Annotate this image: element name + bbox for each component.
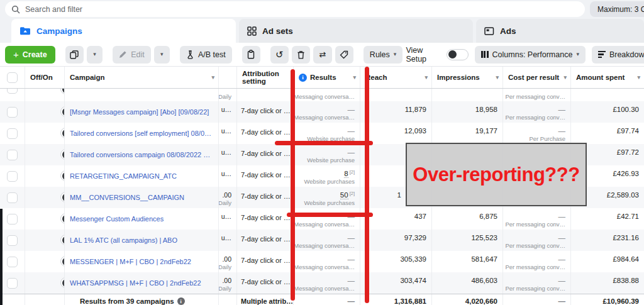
row-checkbox[interactable] (7, 257, 18, 267)
edit-menu-button[interactable]: ▾ (154, 46, 170, 64)
campaign-toggle[interactable] (60, 89, 65, 94)
attribution-value: 7-day click or … (241, 150, 291, 157)
checkbox-cell[interactable] (0, 187, 25, 208)
attribution-value: 7-day click or … (241, 278, 291, 286)
level-tabs: Campaigns Ad sets Ads (0, 19, 644, 43)
breakdown-button[interactable]: Breakdown▾ (592, 46, 644, 64)
toggle-cell (25, 101, 65, 123)
row-checkbox[interactable] (7, 107, 18, 118)
result-sub: Website purchases (304, 199, 355, 206)
header-results[interactable]: iResults▾ (294, 67, 360, 88)
cost-value: — (558, 255, 566, 263)
duplicate-button[interactable] (65, 46, 84, 64)
results-cell: —Messaging conversa… (294, 230, 360, 251)
budget-value: .00 (222, 255, 231, 263)
row-checkbox[interactable] (7, 235, 18, 246)
tag-button[interactable] (335, 46, 353, 64)
duplicate-menu-button[interactable]: ▾ (87, 46, 103, 64)
campaign-link[interactable]: LAL 1% ATC (all campaigns) | ABO (65, 230, 218, 251)
campaign-toggle[interactable] (60, 128, 65, 138)
impressions-cell: 486,603 (432, 272, 503, 294)
campaign-toggle[interactable] (60, 170, 65, 181)
reach-cell: 97,329 (360, 230, 432, 251)
campaign-link[interactable]: Tailored conversions [self employment] 0… (65, 123, 218, 144)
campaign-link[interactable]: Messenger Custom Audiences (65, 208, 218, 230)
impressions-value: 125,523 (471, 234, 497, 241)
checkbox-cell[interactable] (0, 165, 25, 187)
attribution-cell: 7-day click or … (237, 272, 294, 294)
create-button[interactable]: + Create (5, 46, 55, 64)
campaign-link[interactable]: WHATSAPPMSG | M+F | CBO | 2ndFeb22 (65, 272, 218, 294)
tab-ads[interactable]: Ads (476, 19, 644, 43)
clipboard-button[interactable] (242, 46, 260, 64)
select-all-checkbox[interactable] (7, 72, 18, 83)
campaign-link[interactable]: MM__CONVERSIONS__CAMPAIGN (65, 187, 218, 208)
campaign-link[interactable]: MESSENGER | M+F | CBO | 2ndFeb22 (65, 251, 218, 272)
checkbox-cell[interactable] (0, 101, 25, 123)
view-setup-toggle[interactable] (447, 49, 469, 60)
spent-cell: £100.30 (571, 101, 644, 123)
toggle-cell (25, 272, 65, 294)
tab-adsets[interactable]: Ad sets (239, 19, 473, 43)
date-range-button[interactable]: Maximum: 3 Oct (590, 1, 644, 17)
header-impressions[interactable]: Impressions▾ (432, 67, 503, 88)
row-checkbox[interactable] (7, 192, 18, 203)
results-cell: —Messaging conversa… (294, 101, 360, 123)
cost-sub: Per messaging conv… (505, 242, 565, 249)
result-value: — (348, 127, 355, 135)
edit-button[interactable]: Edit (113, 46, 151, 64)
annotation-horizontal-line-top (275, 141, 373, 145)
export-button[interactable]: ⇄ (313, 46, 331, 64)
checkbox-cell[interactable] (0, 123, 25, 144)
rules-button[interactable]: Rules▾ (364, 46, 403, 64)
header-budget (219, 67, 237, 88)
campaign-link[interactable]: RETARGETING_CAMPAIGN_ATC (65, 165, 218, 187)
sort-caret-icon: ▾ (637, 75, 640, 80)
search-input[interactable] (25, 5, 579, 14)
campaign-toggle[interactable] (60, 106, 65, 117)
header-reach[interactable]: Reach▾ (360, 67, 432, 88)
budget-cell: u… (219, 101, 237, 123)
checkbox-cell[interactable] (0, 272, 25, 294)
header-campaign[interactable]: Campaign▾ (65, 67, 219, 88)
checkbox-cell[interactable] (0, 144, 25, 165)
campaign-toggle[interactable] (60, 256, 65, 267)
select-all-cell[interactable] (0, 67, 25, 88)
campaign-toggle[interactable] (60, 149, 65, 160)
header-amount-spent[interactable]: Amount spent▾ (571, 67, 644, 88)
campaign-link[interactable]: [Msngr Messages campaign] [Abo] [09/08/2… (65, 101, 218, 123)
tab-campaigns[interactable]: Campaigns (11, 19, 236, 43)
row-checkbox[interactable] (7, 278, 18, 289)
checkbox-cell[interactable] (0, 251, 25, 272)
row-checkbox[interactable] (7, 150, 18, 160)
footer-label-cell: Results from 39 campaignsi (65, 294, 219, 305)
header-cost-per-result[interactable]: Cost per result▾ (503, 67, 571, 88)
search-bar[interactable] (5, 1, 585, 17)
attribution-value: 7-day click or … (241, 257, 291, 264)
undo-button[interactable]: ↺ (270, 46, 289, 64)
result-value: — (348, 106, 355, 113)
row-checkbox[interactable] (7, 128, 18, 139)
checkbox-cell[interactable] (0, 208, 25, 230)
campaign-cell: Tailored conversions [self employment] 0… (65, 123, 219, 144)
row-checkbox[interactable] (7, 89, 18, 94)
row-checkbox[interactable] (7, 214, 18, 225)
campaign-toggle[interactable] (60, 213, 65, 224)
annotation-callout-text: Over-reporting??? (413, 164, 579, 186)
annotation-horizontal-line-bottom (287, 213, 373, 217)
row-checkbox[interactable] (7, 171, 18, 182)
result-line: — (348, 127, 355, 135)
campaign-link[interactable]: Tailored conversions campaign 08/08/2022… (65, 144, 218, 165)
cost-sub: Per messaging conv… (505, 263, 565, 270)
header-attribution[interactable]: Attribution setting (237, 67, 294, 88)
columns-button[interactable]: Columns: Performance▾ (475, 46, 586, 64)
delete-button[interactable] (292, 46, 310, 64)
toggle-cell (25, 230, 65, 251)
campaign-toggle[interactable] (60, 277, 65, 288)
impressions-cell: 18,958 (432, 101, 503, 123)
result-value: — (348, 277, 355, 284)
checkbox-cell[interactable] (0, 230, 25, 251)
campaign-toggle[interactable] (60, 192, 65, 202)
ab-test-button[interactable]: A/B test (180, 46, 232, 64)
campaign-toggle[interactable] (60, 235, 65, 245)
